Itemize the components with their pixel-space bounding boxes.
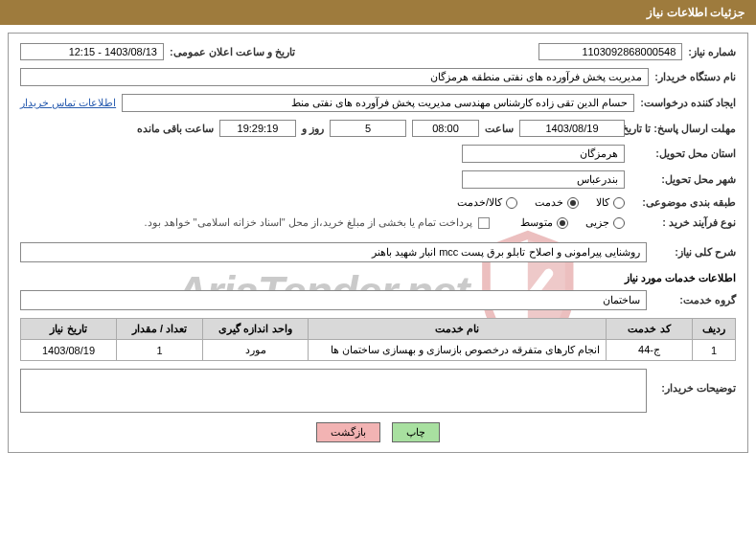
- province-value: هرمزگان: [462, 145, 625, 163]
- main-panel: شماره نیاز: 1103092868000548 تاریخ و ساع…: [8, 33, 748, 453]
- need-number-value: 1103092868000548: [538, 43, 682, 60]
- radio-both[interactable]: کالا/خدمت: [457, 196, 517, 209]
- radio-label: متوسط: [520, 216, 553, 229]
- city-label: شهر محل تحویل:: [630, 173, 736, 186]
- service-group-label: گروه خدمت:: [653, 294, 736, 306]
- requester-value: حسام الدین تقی زاده کارشناس مهندسی مدیری…: [122, 94, 634, 112]
- deadline-time-value: 08:00: [412, 120, 479, 137]
- days-count-value: 5: [330, 120, 406, 137]
- page-title: جزئیات اطلاعات نیاز: [647, 6, 745, 19]
- table-header-row: ردیف کد خدمت نام خدمت واحد اندازه گیری ت…: [21, 319, 736, 340]
- remain-label: ساعت باقی مانده: [137, 123, 214, 135]
- cell-unit: مورد: [203, 340, 309, 361]
- buyer-contact-link[interactable]: اطلاعات تماس خریدار: [20, 97, 116, 109]
- radio-service[interactable]: خدمت: [535, 196, 579, 209]
- table-row: 1 ج-44 انجام کارهای متفرقه درخصوص بازساز…: [21, 340, 736, 361]
- cell-rowno: 1: [693, 340, 736, 361]
- back-button[interactable]: بازگشت: [316, 422, 380, 442]
- th-need-date: تاریخ نیاز: [21, 319, 117, 340]
- summary-value: روشنایی پیرامونی و اصلاح تابلو برق پست m…: [20, 242, 647, 262]
- radio-label: جزیی: [585, 216, 609, 229]
- cell-service-name: انجام کارهای متفرقه درخصوص بازسازی و بهس…: [309, 340, 607, 361]
- summary-label: شرح کلی نیاز:: [653, 246, 736, 259]
- radio-label: کالا: [596, 196, 609, 209]
- buyer-notes-label: توضیحات خریدار:: [653, 369, 736, 395]
- treasury-checkbox[interactable]: [478, 217, 490, 229]
- radio-icon: [613, 197, 625, 209]
- th-rowno: ردیف: [693, 319, 736, 340]
- payment-note: پرداخت تمام یا بخشی از مبلغ خرید،از محل …: [144, 216, 472, 229]
- button-bar: چاپ بازگشت: [20, 422, 736, 442]
- buyer-org-label: نام دستگاه خریدار:: [654, 71, 736, 83]
- radio-label: کالا/خدمت: [457, 196, 502, 209]
- th-service-code: کد خدمت: [607, 319, 693, 340]
- purchase-type-label: نوع فرآیند خرید :: [630, 216, 736, 229]
- cell-need-date: 1403/08/19: [21, 340, 117, 361]
- city-value: بندرعباس: [462, 170, 625, 189]
- print-button[interactable]: چاپ: [392, 422, 440, 442]
- time-label: ساعت: [485, 123, 514, 135]
- days-and-label: روز و: [302, 123, 324, 135]
- cell-service-code: ج-44: [607, 340, 693, 361]
- cell-qty: 1: [117, 340, 203, 361]
- need-number-label: شماره نیاز:: [688, 46, 736, 58]
- purchase-type-radio-group: جزیی متوسط: [520, 216, 625, 229]
- deadline-date-value: 1403/08/19: [519, 120, 625, 137]
- radio-goods[interactable]: کالا: [596, 196, 625, 209]
- subject-radio-group: کالا خدمت کالا/خدمت: [457, 196, 625, 209]
- announce-datetime-label: تاریخ و ساعت اعلان عمومی:: [170, 46, 295, 58]
- th-unit: واحد اندازه گیری: [203, 319, 309, 340]
- province-label: استان محل تحویل:: [630, 147, 736, 160]
- service-group-value: ساختمان: [20, 290, 647, 310]
- radio-icon: [506, 197, 517, 209]
- services-table: ردیف کد خدمت نام خدمت واحد اندازه گیری ت…: [20, 318, 736, 361]
- requester-label: ایجاد کننده درخواست:: [640, 97, 736, 109]
- buyer-org-value: مدیریت پخش فرآورده های نفتی منطقه هرمزگا…: [20, 68, 649, 86]
- subject-class-label: طبقه بندی موضوعی:: [630, 196, 736, 209]
- radio-label: خدمت: [535, 196, 563, 209]
- deadline-label: مهلت ارسال پاسخ: تا تاریخ:: [630, 123, 736, 135]
- radio-icon: [557, 217, 568, 229]
- announce-datetime-value: 1403/08/13 - 12:15: [20, 43, 164, 60]
- radio-minor[interactable]: جزیی: [585, 216, 625, 229]
- countdown-value: 19:29:19: [219, 120, 296, 137]
- services-section-header: اطلاعات خدمات مورد نیاز: [20, 272, 736, 284]
- page-header: جزئیات اطلاعات نیاز: [0, 0, 756, 25]
- th-service-name: نام خدمت: [309, 319, 607, 340]
- buyer-notes-box: [20, 369, 647, 413]
- radio-icon: [567, 197, 579, 209]
- radio-icon: [613, 217, 625, 229]
- th-qty: تعداد / مقدار: [117, 319, 203, 340]
- radio-medium[interactable]: متوسط: [520, 216, 568, 229]
